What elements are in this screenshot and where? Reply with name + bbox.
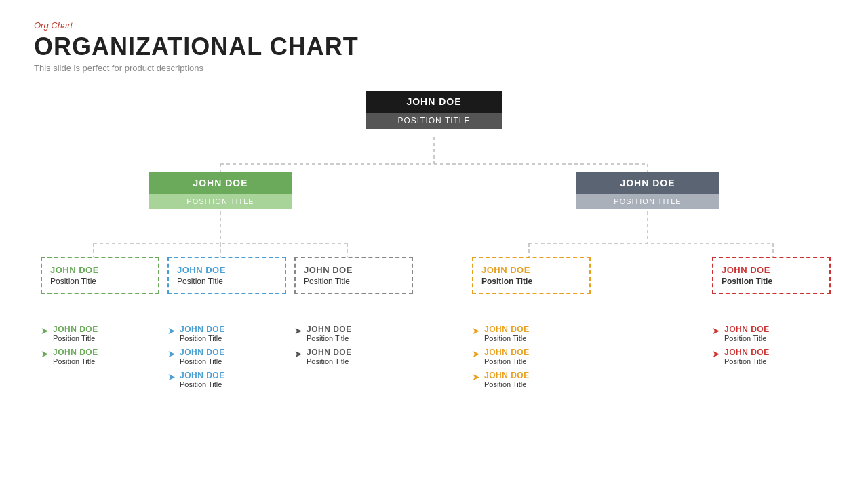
sub-item: ➤ JOHN DOE Position Title <box>41 325 98 342</box>
sub-item: ➤ JOHN DOE Position Title <box>294 348 352 365</box>
sub-item: ➤ JOHN DOE Position Title <box>41 348 98 365</box>
l3-4-title: Position Title <box>481 277 581 286</box>
sub-item: ➤ JOHN DOE Position Title <box>167 325 225 342</box>
subtitle: This slide is perfect for product descri… <box>34 63 834 73</box>
sub-name: JOHN DOE <box>484 348 530 357</box>
sub-title: Position Title <box>53 334 98 342</box>
sub-item-text: JOHN DOE Position Title <box>180 325 225 342</box>
l3-2-title: Position Title <box>177 277 277 286</box>
l3-5-title: Position Title <box>722 277 821 286</box>
sub-item: ➤ JOHN DOE Position Title <box>294 325 352 342</box>
page: Org Chart ORGANIZATIONAL CHART This slid… <box>0 0 868 488</box>
sub-title: Position Title <box>53 357 98 365</box>
org-label: Org Chart <box>34 20 834 30</box>
l2-green-title: POSITION TITLE <box>149 194 292 209</box>
sub-title: Position Title <box>484 334 530 342</box>
l3-5-subs: ➤ JOHN DOE Position Title ➤ JOHN DOE Pos… <box>712 325 770 371</box>
l3-3-subs: ➤ JOHN DOE Position Title ➤ JOHN DOE Pos… <box>294 325 352 371</box>
l3-5-name: JOHN DOE <box>722 265 821 276</box>
sub-item-text: JOHN DOE Position Title <box>180 348 225 365</box>
sub-item-text: JOHN DOE Position Title <box>53 348 98 365</box>
l3-box-5: JOHN DOE Position Title <box>712 257 831 295</box>
header: Org Chart ORGANIZATIONAL CHART This slid… <box>34 20 834 73</box>
sub-title: Position Title <box>180 380 225 388</box>
arrow-icon: ➤ <box>472 371 480 382</box>
l3-1-name: JOHN DOE <box>50 265 150 276</box>
arrow-icon: ➤ <box>472 348 480 359</box>
arrow-icon: ➤ <box>712 325 720 336</box>
l3-3-name: JOHN DOE <box>304 265 403 276</box>
l3-box-2: JOHN DOE Position Title <box>167 257 286 295</box>
arrow-icon: ➤ <box>41 325 49 336</box>
sub-title: Position Title <box>484 357 530 365</box>
sub-name: JOHN DOE <box>307 348 352 357</box>
sub-item: ➤ JOHN DOE Position Title <box>167 348 225 365</box>
sub-item: ➤ JOHN DOE Position Title <box>712 325 770 342</box>
l3-2-name: JOHN DOE <box>177 265 277 276</box>
sub-item: ➤ JOHN DOE Position Title <box>712 348 770 365</box>
sub-title: Position Title <box>724 357 770 365</box>
sub-title: Position Title <box>724 334 770 342</box>
sub-name: JOHN DOE <box>484 325 530 334</box>
sub-item: ➤ JOHN DOE Position Title <box>167 371 225 388</box>
sub-item-text: JOHN DOE Position Title <box>53 325 98 342</box>
arrow-icon: ➤ <box>167 371 176 382</box>
l2-gray-name: JOHN DOE <box>576 172 719 194</box>
sub-item: ➤ JOHN DOE Position Title <box>472 371 530 388</box>
root-name: JOHN DOE <box>366 91 502 113</box>
l3-4-name: JOHN DOE <box>481 265 581 276</box>
arrow-icon: ➤ <box>294 348 302 359</box>
l3-box-4: JOHN DOE Position Title <box>472 257 591 295</box>
sub-name: JOHN DOE <box>180 371 225 380</box>
sub-name: JOHN DOE <box>724 325 770 334</box>
sub-item: ➤ JOHN DOE Position Title <box>472 325 530 342</box>
arrow-icon: ➤ <box>712 348 720 359</box>
sub-name: JOHN DOE <box>53 325 98 334</box>
sub-item: ➤ JOHN DOE Position Title <box>472 348 530 365</box>
sub-item-text: JOHN DOE Position Title <box>484 325 530 342</box>
sub-item-text: JOHN DOE Position Title <box>180 371 225 388</box>
arrow-icon: ➤ <box>41 348 49 359</box>
l2-green-name: JOHN DOE <box>149 172 292 194</box>
l3-4-subs: ➤ JOHN DOE Position Title ➤ JOHN DOE Pos… <box>472 325 530 394</box>
sub-item-text: JOHN DOE Position Title <box>307 348 352 365</box>
l3-box-3: JOHN DOE Position Title <box>294 257 413 295</box>
sub-name: JOHN DOE <box>180 325 225 334</box>
sub-name: JOHN DOE <box>484 371 530 380</box>
l3-1-title: Position Title <box>50 277 150 286</box>
sub-title: Position Title <box>180 357 225 365</box>
sub-name: JOHN DOE <box>53 348 98 357</box>
main-title: ORGANIZATIONAL CHART <box>34 33 834 60</box>
l3-1-subs: ➤ JOHN DOE Position Title ➤ JOHN DOE Pos… <box>41 325 98 371</box>
arrow-icon: ➤ <box>167 348 176 359</box>
l2-gray-box: JOHN DOE POSITION TITLE <box>576 172 719 209</box>
sub-title: Position Title <box>484 380 530 388</box>
l2-gray-title: POSITION TITLE <box>576 194 719 209</box>
root-box: JOHN DOE POSITION TITLE <box>366 91 502 129</box>
sub-name: JOHN DOE <box>724 348 770 357</box>
l2-green-box: JOHN DOE POSITION TITLE <box>149 172 292 209</box>
sub-title: Position Title <box>307 334 352 342</box>
sub-item-text: JOHN DOE Position Title <box>724 348 770 365</box>
sub-item-text: JOHN DOE Position Title <box>724 325 770 342</box>
arrow-icon: ➤ <box>294 325 302 336</box>
sub-item-text: JOHN DOE Position Title <box>484 371 530 388</box>
sub-item-text: JOHN DOE Position Title <box>307 325 352 342</box>
sub-name: JOHN DOE <box>180 348 225 357</box>
l3-2-subs: ➤ JOHN DOE Position Title ➤ JOHN DOE Pos… <box>167 325 225 394</box>
sub-item-text: JOHN DOE Position Title <box>484 348 530 365</box>
sub-name: JOHN DOE <box>307 325 352 334</box>
sub-title: Position Title <box>307 357 352 365</box>
l3-3-title: Position Title <box>304 277 403 286</box>
arrow-icon: ➤ <box>472 325 480 336</box>
sub-title: Position Title <box>180 334 225 342</box>
l3-box-1: JOHN DOE Position Title <box>41 257 159 295</box>
root-title: POSITION TITLE <box>366 113 502 129</box>
arrow-icon: ➤ <box>167 325 176 336</box>
chart-area: JOHN DOE POSITION TITLE JOHN DOE POSITIO… <box>34 84 834 464</box>
